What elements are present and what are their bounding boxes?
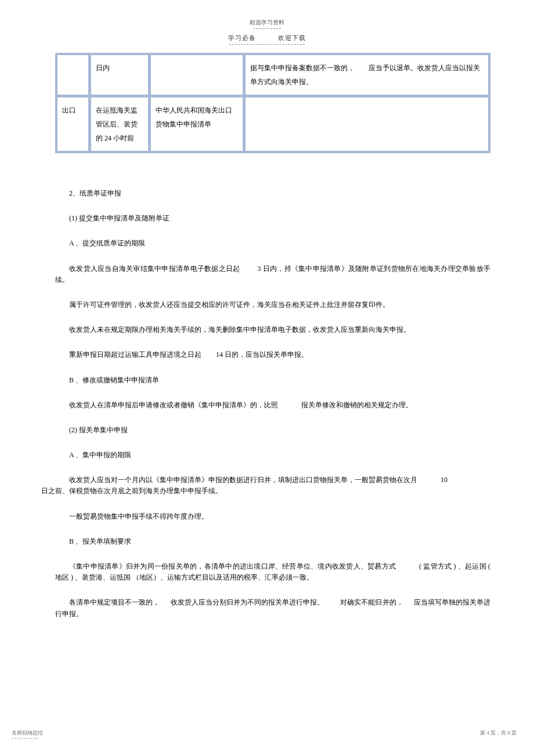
declaration-table: 日内 据与集中申报备案数据不一致的， 应当予以退单。收发货人应当以报关单方式向海… (55, 53, 490, 153)
text-part: 各清单中规定项目不一致的， (69, 598, 160, 606)
footer-left-text: 名师归纳总结 (12, 729, 43, 737)
item-heading: A 、集中申报的期限 (55, 450, 490, 461)
text-part: 《集中申报清单》归并为同一份报关单的，各清单中的进出境口岸、经营单位、境内收发货… (69, 562, 396, 570)
footer-right-text: 第 4 页，共 9 页 (480, 729, 517, 739)
text-part: 日之前、保税货物在次月底之前到海关办理集中申报手续。 (41, 487, 222, 495)
header-top-text: 精选学习资料 (0, 19, 534, 28)
header-subtitle: 学习必备 欢迎下载 (0, 34, 534, 42)
header-left: 学习必备 (228, 34, 256, 42)
text-part: 对确实不能归并的， (340, 598, 403, 606)
text-part: 报关单修改和撤销的相关规定办理。 (301, 401, 413, 409)
paragraph: 重新申报日期超过运输工具申报进境之日起14 日的，应当以报关单申报。 (55, 349, 490, 360)
subsection-heading: (2) 报关单集中申报 (55, 425, 490, 436)
paragraph: 收发货人应当对一个月内以《集中申报清单》申报的数据进行归并，填制进出口货物报关单… (55, 475, 490, 497)
footer-dash (12, 738, 38, 739)
cell-r2c2: 在运抵海关监管区后、装货的 24 小时前 (91, 97, 149, 151)
body-text: 2、纸质单证申报 (1) 提交集中申报清单及随附单证 A 、提交纸质单证的期限 … (55, 153, 490, 620)
cell-r2c4 (245, 97, 489, 151)
paragraph: 收发货人未在规定期限办理相关海关手续的，海关删除集中申报清单电子数据，收发货人应… (55, 324, 490, 335)
cell-r2c1: 出口 (57, 97, 89, 151)
cell-r1c3 (150, 55, 243, 95)
cell-r1c4: 据与集中申报备案数据不一致的， 应当予以退单。收发货人应当以报关单方式向海关申报… (245, 55, 489, 95)
item-heading: B 、报关单填制要求 (55, 536, 490, 547)
paragraph: 《集中申报清单》归并为同一份报关单的，各清单中的进出境口岸、经营单位、境内收发货… (55, 561, 490, 583)
cell-r1c2: 日内 (91, 55, 149, 95)
cell-r2c3: 中华人民共和国海关出口货物集中申报清单 (150, 97, 243, 151)
paragraph: 收发货人在清单申报后申请修改或者撤销《集中申报清单》的，比照报关单修改和撤销的相… (55, 400, 490, 411)
paragraph: 一般贸易货物集中申报手续不得跨年度办理。 (55, 511, 490, 522)
header-dash-small (253, 28, 281, 29)
text-part: 14 日的，应当以报关单申报。 (216, 350, 308, 359)
text-part: 收发货人应当自海关审结集中申报清单电子数据之日起 (69, 265, 240, 273)
text-part: 收发货人应当对一个月内以《集中申报清单》申报的数据进行归并，填制进出口货物报关单… (69, 476, 417, 484)
subsection-heading: (1) 提交集中申报清单及随附单证 (55, 213, 490, 224)
paragraph: 各清单中规定项目不一致的，收发货人应当分别归并为不同的报关单进行申报。对确实不能… (55, 597, 490, 619)
text-part: 重新申报日期超过运输工具申报进境之日起 (69, 350, 201, 359)
page-footer: 名师归纳总结 第 4 页，共 9 页 (12, 729, 517, 739)
footer-left-block: 名师归纳总结 (12, 729, 43, 739)
paragraph: 属于许可证件管理的，收发货人还应当提交相应的许可证件，海关应当在相关证件上批注并… (55, 299, 490, 310)
section-heading: 2、纸质单证申报 (55, 188, 490, 199)
header-right: 欢迎下载 (278, 34, 306, 42)
table-row: 出口 在运抵海关监管区后、装货的 24 小时前 中华人民共和国海关出口货物集中申… (57, 97, 489, 151)
item-heading: B 、修改或撤销集中申报清单 (55, 375, 490, 386)
table-row: 日内 据与集中申报备案数据不一致的， 应当予以退单。收发货人应当以报关单方式向海… (57, 55, 489, 95)
page-header: 精选学习资料 学习必备 欢迎下载 (0, 0, 534, 45)
text-part: 收发货人应当分别归并为不同的报关单进行申报。 (170, 598, 324, 606)
item-heading: A 、提交纸质单证的期限 (55, 238, 490, 249)
paragraph: 收发货人应当自海关审结集中申报清单电子数据之日起3 日内，持《集中申报清单》及随… (55, 263, 490, 285)
main-content: 日内 据与集中申报备案数据不一致的， 应当予以退单。收发货人应当以报关单方式向海… (0, 45, 534, 620)
text-part: 收发货人在清单申报后申请修改或者撤销《集中申报清单》的，比照 (69, 401, 278, 409)
text-part: 10 (441, 476, 448, 484)
cell-r1c1 (57, 55, 89, 95)
